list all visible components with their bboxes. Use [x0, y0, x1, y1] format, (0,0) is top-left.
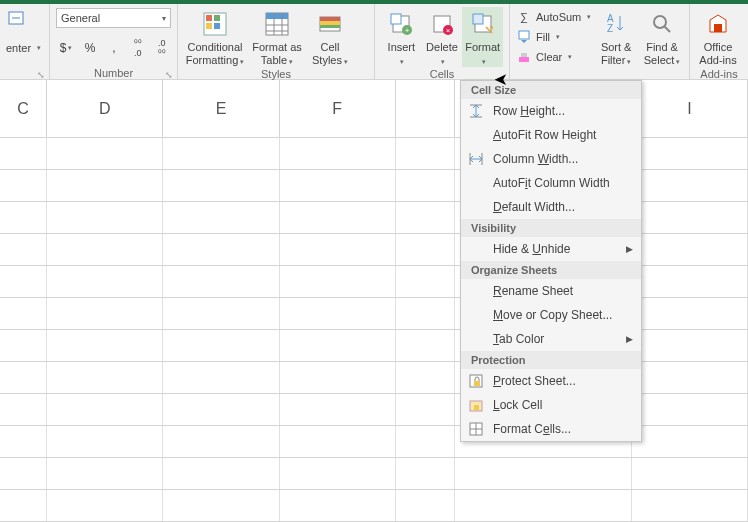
table-row[interactable] — [0, 458, 748, 490]
conditional-formatting-icon — [200, 9, 230, 39]
svg-rect-15 — [320, 21, 340, 25]
percent-button[interactable]: % — [80, 38, 100, 58]
svg-rect-3 — [206, 15, 212, 21]
menu-header-protection: Protection — [461, 351, 641, 369]
find-icon — [647, 9, 677, 39]
svg-rect-41 — [474, 405, 479, 410]
menu-row-height[interactable]: Row Height... — [461, 99, 641, 123]
insert-button[interactable]: + Insert▾ — [381, 7, 422, 67]
currency-button[interactable]: $▾ — [56, 38, 76, 58]
svg-text:Z: Z — [607, 23, 613, 34]
svg-rect-28 — [521, 53, 527, 57]
autosum-button[interactable]: ∑AutoSum ▾ — [516, 7, 591, 27]
svg-rect-26 — [519, 31, 529, 39]
chevron-down-icon: ▾ — [162, 14, 166, 23]
format-button[interactable]: Format▾ — [462, 7, 503, 67]
svg-rect-5 — [206, 23, 212, 29]
delete-icon: × — [427, 9, 457, 39]
svg-rect-16 — [320, 25, 340, 28]
cell-styles-icon — [315, 9, 345, 39]
submenu-arrow-icon: ▶ — [626, 334, 633, 344]
menu-format-cells[interactable]: Format Cells... — [461, 417, 641, 441]
table-row[interactable] — [0, 490, 748, 522]
number-group-label: Number — [94, 67, 133, 79]
menu-header-visibility: Visibility — [461, 219, 641, 237]
lock-cell-icon — [467, 396, 485, 414]
menu-rename-sheet[interactable]: Rename Sheet — [461, 279, 641, 303]
group-styles: Conditional Formatting▾ Format as Table▾… — [178, 4, 375, 80]
menu-autofit-column[interactable]: AutoFit Column Width — [461, 171, 641, 195]
menu-autofit-row[interactable]: AutoFit Row Height — [461, 123, 641, 147]
svg-text:×: × — [446, 26, 451, 35]
alignment-launcher[interactable]: ⤡ — [37, 70, 47, 80]
svg-rect-4 — [214, 15, 220, 21]
sigma-icon: ∑ — [516, 9, 532, 25]
cell-styles-button[interactable]: Cell Styles▾ — [308, 7, 352, 67]
number-launcher[interactable]: ⤡ — [165, 70, 175, 80]
menu-move-copy[interactable]: Move or Copy Sheet... — [461, 303, 641, 327]
menu-tab-color[interactable]: Tab Color▶ — [461, 327, 641, 351]
protect-sheet-icon — [467, 372, 485, 390]
clear-button[interactable]: Clear▾ — [516, 47, 591, 67]
group-alignment: enter▾ ⤡ — [0, 4, 50, 80]
column-header[interactable]: D — [47, 80, 163, 137]
column-header[interactable]: I — [632, 80, 748, 137]
fill-button[interactable]: Fill▾ — [516, 27, 591, 47]
format-as-table-icon — [262, 9, 292, 39]
svg-line-32 — [664, 26, 670, 32]
decrease-decimal-button[interactable]: .0⁰⁰ — [152, 38, 172, 58]
number-format-combo[interactable]: General ▾ — [56, 8, 171, 28]
store-icon — [703, 9, 733, 39]
column-header[interactable]: E — [163, 80, 279, 137]
svg-rect-33 — [714, 24, 722, 32]
comma-button[interactable]: , — [104, 38, 124, 58]
svg-rect-18 — [391, 14, 401, 24]
format-icon — [468, 9, 498, 39]
merge-center-button[interactable] — [6, 8, 26, 28]
svg-rect-14 — [320, 17, 340, 21]
column-header[interactable]: C — [0, 80, 47, 137]
conditional-formatting-button[interactable]: Conditional Formatting▾ — [184, 7, 246, 67]
svg-rect-6 — [214, 23, 220, 29]
cells-group-label: Cells — [430, 68, 454, 80]
group-addins: Office Add-ins Add-ins — [690, 4, 748, 80]
column-width-icon — [467, 150, 485, 168]
insert-icon: + — [386, 9, 416, 39]
find-select-button[interactable]: Find & Select▾ — [641, 7, 683, 67]
fill-down-icon — [516, 29, 532, 45]
row-height-icon — [467, 102, 485, 120]
column-header[interactable]: F — [280, 80, 396, 137]
merge-label: enter — [6, 42, 31, 54]
menu-protect-sheet[interactable]: Protect Sheet... — [461, 369, 641, 393]
office-addins-button[interactable]: Office Add-ins — [696, 7, 740, 67]
menu-hide-unhide[interactable]: Hide & Unhide▶ — [461, 237, 641, 261]
increase-decimal-button[interactable]: ⁰⁰.0 — [128, 38, 148, 58]
group-cells: + Insert▾ × Delete▾ Format▾ Cells — [375, 4, 510, 80]
menu-default-width[interactable]: Default Width... — [461, 195, 641, 219]
addins-group-label: Add-ins — [700, 68, 737, 80]
group-number: General ▾ $▾ % , ⁰⁰.0 .0⁰⁰ Number⤡ — [50, 4, 178, 80]
column-header[interactable] — [396, 80, 455, 137]
menu-lock-cell[interactable]: Lock Cell — [461, 393, 641, 417]
group-editing: ∑AutoSum ▾ Fill▾ Clear▾ AZ Sort & Filter… — [510, 4, 690, 80]
eraser-icon — [516, 49, 532, 65]
format-as-table-button[interactable]: Format as Table▾ — [246, 7, 308, 67]
menu-header-cellsize: Cell Size — [461, 81, 641, 99]
number-format-value: General — [61, 12, 100, 24]
menu-label: Row Height... — [493, 104, 565, 118]
menu-header-organize: Organize Sheets — [461, 261, 641, 279]
svg-rect-25 — [473, 14, 483, 24]
format-dropdown-menu: Cell Size Row Height... AutoFit Row Heig… — [460, 80, 642, 442]
svg-rect-27 — [519, 57, 529, 62]
ribbon: enter▾ ⤡ General ▾ $▾ % , ⁰⁰.0 .0⁰⁰ Numb… — [0, 4, 748, 80]
svg-rect-8 — [266, 13, 288, 19]
menu-column-width[interactable]: Column Width... — [461, 147, 641, 171]
svg-rect-39 — [474, 381, 480, 386]
svg-text:+: + — [405, 26, 410, 35]
submenu-arrow-icon: ▶ — [626, 244, 633, 254]
format-cells-icon — [467, 420, 485, 438]
sort-filter-button[interactable]: AZ Sort & Filter▾ — [595, 7, 637, 67]
styles-group-label: Styles — [261, 68, 291, 80]
sort-filter-icon: AZ — [601, 9, 631, 39]
delete-button[interactable]: × Delete▾ — [422, 7, 463, 67]
